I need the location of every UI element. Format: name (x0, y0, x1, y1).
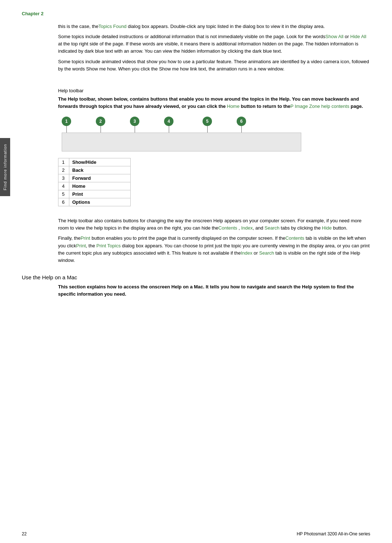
side-tab-label: Find more information (3, 144, 7, 190)
footer-product: HP Photosmart 3200 All-in-One series (297, 531, 370, 536)
footer: 22 HP Photosmart 3200 All-in-One series (0, 531, 392, 536)
toolbar-bar (62, 133, 301, 151)
show-all-link: Show All (325, 34, 343, 39)
btn-num-2: 2 (58, 166, 69, 174)
table-row: 1 Show/Hide (58, 158, 131, 166)
search-link-2: Search (259, 250, 274, 256)
circle-3: 3 (130, 117, 139, 126)
help-toolbar-heading: Help toolbar (58, 88, 370, 93)
btn-label-6: Options (69, 198, 131, 206)
para-5-comma: , (237, 225, 241, 231)
btn-label-1: Show/Hide (69, 158, 131, 166)
index-link-2: Index (241, 250, 252, 256)
table-row: 6 Options (58, 198, 131, 206)
table-row: 5 Print (58, 190, 131, 198)
para-1-text: this is the case, the (58, 24, 98, 29)
para-2-or: or (343, 34, 350, 39)
use-help-para: This section explains how to access the … (58, 283, 370, 298)
btn-label-3: Forward (69, 174, 131, 182)
pimage-link: P Image Zone help contents (290, 104, 349, 109)
contents-link: Contents (219, 225, 237, 231)
circle-4: 4 (164, 117, 173, 126)
toolbar-num-1: 1 (62, 117, 71, 133)
line-4 (169, 126, 169, 133)
contents-link-2: Contents (285, 235, 304, 241)
circle-5: 5 (203, 117, 212, 126)
para-6-start: Finally, the (58, 235, 81, 241)
line-2 (101, 126, 101, 133)
circle-2: 2 (96, 117, 105, 126)
para-4: The Help toolbar, shown below, contains … (58, 96, 370, 110)
line-6 (241, 126, 242, 133)
btn-num-6: 6 (58, 198, 69, 206)
para-4-rest: button to return to the (240, 104, 290, 109)
home-link: Home (227, 104, 240, 109)
button-table: 1 Show/Hide 2 Back 3 Forward 4 Home 5 (58, 158, 131, 206)
toolbar-num-6: 6 (237, 117, 246, 133)
para-6-rest1: button enables you to print the page tha… (90, 235, 286, 241)
line-3 (135, 126, 135, 133)
table-row: 4 Home (58, 182, 131, 190)
main-content: this is the case, theTopics Found dialog… (58, 23, 370, 264)
btn-num-4: 4 (58, 182, 69, 190)
print-link-1: Print (81, 235, 90, 241)
hide-all-link: Hide All (350, 34, 366, 39)
para-2: Some topics include detailed instruction… (58, 33, 370, 55)
para-5-and: , and (253, 225, 265, 231)
para-1: this is the case, theTopics Found dialog… (58, 23, 370, 30)
para-5: The Help toolbar also contains buttons f… (58, 217, 370, 232)
index-link: Index (241, 225, 253, 231)
para-2-text: Some topics include detailed instruction… (58, 34, 325, 39)
btn-label-4: Home (69, 182, 131, 190)
btn-label-5: Print (69, 190, 131, 198)
para-2-rest: at the top right side of the page. If th… (58, 41, 358, 54)
para-5-end: button. (332, 225, 347, 231)
para-6-or: or (252, 250, 259, 256)
print-topics-link: Print Topics (97, 243, 121, 248)
btn-num-1: 1 (58, 158, 69, 166)
toolbar-num-2: 2 (96, 117, 105, 133)
para-5-rest: tabs by clicking the (279, 225, 322, 231)
btn-num-3: 3 (58, 174, 69, 182)
toolbar-num-5: 5 (203, 117, 212, 133)
circle-6: 6 (237, 117, 246, 126)
hide-link: Hide (322, 225, 332, 231)
line-5 (207, 126, 208, 133)
use-help-para-text: This section explains how to access the … (58, 284, 354, 297)
print-link-2: Print (76, 243, 86, 248)
toolbar-num-4: 4 (164, 117, 173, 133)
table-row: 2 Back (58, 166, 131, 174)
side-tab: Find more information (0, 138, 10, 196)
para-4-end: page. (349, 104, 363, 109)
toolbar-diagram: 1 2 3 4 (58, 117, 370, 151)
topics-found-link: Topics Found (98, 24, 126, 29)
para-3: Some topics include animated videos that… (58, 58, 370, 73)
btn-num-5: 5 (58, 190, 69, 198)
use-help-mac-heading: Use the Help on a Mac (22, 274, 392, 280)
para-6-rest3: , the (86, 243, 97, 248)
circle-1: 1 (62, 117, 71, 126)
chapter-label: Chapter 2 (22, 11, 392, 16)
toolbar-num-3: 3 (130, 117, 139, 133)
search-link: Search (265, 225, 279, 231)
para-3-text: Some topics include animated videos that… (58, 59, 369, 72)
table-row: 3 Forward (58, 174, 131, 182)
para-6: Finally, thePrint button enables you to … (58, 235, 370, 264)
line-1 (66, 126, 67, 133)
footer-page-number: 22 (22, 531, 26, 536)
page-container: Find more information Chapter 2 this is … (0, 0, 392, 543)
btn-label-2: Back (69, 166, 131, 174)
para-1-rest: dialog box appears. Double-click any top… (127, 24, 325, 29)
